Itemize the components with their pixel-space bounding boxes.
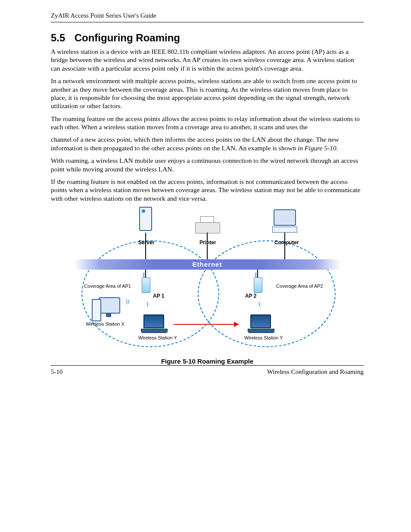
page: ZyAIR Access Point Series User's Guide 5… <box>0 0 411 532</box>
wireless-station-y-left-label: Wireless Station Y <box>138 335 177 340</box>
page-footer: 5-10 Wireless Configuration and Roaming <box>51 365 364 376</box>
figure-reference: in Figure 5-10 <box>298 144 336 152</box>
wireless-station-y-left-icon <box>141 314 167 332</box>
ap2-icon <box>254 277 262 293</box>
computer-label: Computer <box>274 240 299 246</box>
printer-label: Printer <box>199 240 216 246</box>
wireless-station-y-right-label: Wireless Station Y <box>244 335 283 340</box>
wireless-station-x-label: Wireless Station X <box>86 321 125 327</box>
wireless-station-x-icon <box>93 297 120 322</box>
coverage-ap2-label: Coverage Area of AP2 <box>276 283 323 289</box>
body-paragraph: A wireless station is a device with an I… <box>51 47 364 72</box>
computer-icon <box>272 209 298 233</box>
wireless-station-y-right-icon <box>248 314 274 332</box>
body-paragraph: In a network environment with multiple a… <box>51 77 364 110</box>
cable-line <box>145 233 146 259</box>
roaming-diagram: Server Printer Computer Ethernet AP 1 AP… <box>74 207 341 353</box>
cable-line <box>284 233 285 259</box>
running-head: ZyAIR Access Point Series User's Guide <box>51 12 364 22</box>
ap1-label: AP 1 <box>153 293 164 299</box>
figure: Server Printer Computer Ethernet AP 1 AP… <box>74 207 341 365</box>
cable-line <box>257 270 258 277</box>
server-label: Server <box>138 240 154 246</box>
body-paragraph: With roaming, a wireless LAN mobile user… <box>51 156 364 173</box>
body-paragraph: If the roaming feature is not enabled on… <box>51 177 364 202</box>
roaming-arrow-icon <box>174 324 238 325</box>
server-icon <box>137 207 154 233</box>
body-text: channel of a new access point, which the… <box>51 136 339 151</box>
body-paragraph: channel of a new access point, which the… <box>51 135 364 152</box>
printer-icon <box>195 218 219 233</box>
section-number: 5.5 <box>51 32 72 44</box>
coverage-ap1-label: Coverage Area of AP1 <box>84 283 131 289</box>
cable-line <box>207 233 208 259</box>
ap2-label: AP 2 <box>245 293 256 299</box>
page-number: 5-10 <box>51 368 63 376</box>
chapter-title: Wireless Configuration and Roaming <box>267 368 364 376</box>
cable-line <box>145 270 146 277</box>
ap1-icon <box>142 277 150 293</box>
ethernet-bar: Ethernet <box>74 259 341 270</box>
body-text: . <box>336 144 338 152</box>
section-title: Configuring Roaming <box>75 32 180 44</box>
figure-caption: Figure 5-10 Roaming Example <box>74 358 341 365</box>
body-paragraph: The roaming feature on the access points… <box>51 115 364 131</box>
section-heading: 5.5 Configuring Roaming <box>51 32 364 44</box>
